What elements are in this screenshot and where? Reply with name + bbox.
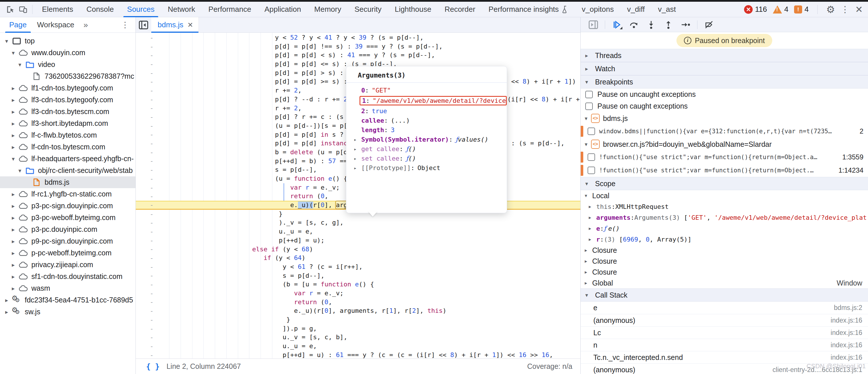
chevron-right-icon[interactable]: ▸ [585,258,592,264]
line-gutter[interactable]: - [136,61,164,68]
tree-item-sw-js[interactable]: ▸⚙⚙sw.js [0,306,135,318]
main-tab-security[interactable]: Security [348,2,388,17]
tree-item-wasm[interactable]: ▸wasm [0,282,135,294]
scope-row-global[interactable]: ▸GlobalWindow [581,277,868,288]
main-tab-sources[interactable]: Sources [121,2,161,17]
tree-item-www-douyin-com[interactable]: ▾www.douyin.com [0,47,135,59]
line-gutter[interactable]: - [136,123,164,130]
chevron-right-icon[interactable]: ▸ [589,214,596,220]
scope-row-e[interactable]: ▸e: ƒ e() [581,223,868,234]
main-tab-recorder[interactable]: Recorder [438,2,482,17]
line-gutter[interactable]: - [136,87,164,94]
device-toolbar-icon[interactable] [17,3,29,16]
breakpoint-group-browser.cn.js[interactable]: ▾<>browser.cn.js?bid=douyin_web&globalNa… [581,138,868,150]
chevron-right-icon[interactable]: ▸ [9,285,18,292]
code-line[interactable]: - p[d] = p[d] < s) : 41 === y ? (s = p[d… [136,51,580,60]
main-tab-application[interactable]: Application [258,2,307,17]
chevron-right-icon[interactable]: ▸ [354,156,361,162]
scope-row-this[interactable]: ▸this: XMLHttpRequest [581,201,868,212]
chevron-right-icon[interactable]: ▸ [585,280,592,286]
chevron-right-icon[interactable]: ▸ [9,85,18,92]
line-gutter[interactable]: - [136,263,164,271]
scope-row-closure[interactable]: ▸Closure [581,256,868,267]
section-threads[interactable]: ▸Threads [581,49,868,62]
more-menu-icon[interactable]: ⋮ [841,4,849,14]
line-gutter[interactable]: - [136,272,164,279]
code-line[interactable]: - y < 61 ? (c = i[r++], [136,263,580,271]
tree-item-bdms-js[interactable]: bdms.js [0,176,135,188]
step-out-icon[interactable] [661,19,676,31]
line-gutter[interactable]: - [136,351,164,359]
line-gutter[interactable]: - [136,246,164,253]
line-gutter[interactable]: - [136,210,164,218]
chevron-down-icon[interactable]: ▾ [16,61,24,68]
code-line[interactable]: - p[++d] = u) : 61 === y ? (c = (c = (i[… [136,351,580,359]
tree-item-sf1-cdn-tos-douyinstatic-com[interactable]: ▸sf1-cdn-tos.douyinstatic.com [0,271,135,282]
chevron-right-icon[interactable]: ▸ [9,250,18,257]
chevron-right-icon[interactable]: ▸ [9,144,18,150]
breakpoint-group-bdms.js[interactable]: ▾<>bdms.js [581,112,868,125]
section-watch[interactable]: ▸Watch [581,62,868,75]
chevron-right-icon[interactable]: ▸ [9,191,18,198]
checkbox-caught[interactable] [585,103,593,110]
editor-tab-bdms[interactable]: bdms.js ✕ [151,17,199,33]
code-line[interactable]: - u._u = e, [136,342,580,351]
main-tab-v-opitons[interactable]: v_opitons [575,2,620,17]
chevron-right-icon[interactable]: ▸ [585,269,592,275]
scope-row-arguments[interactable]: ▸arguments: Arguments(3) ['GET', '/aweme… [581,212,868,223]
code-line[interactable]: - u._v = [s, c, b], [136,333,580,342]
line-gutter[interactable]: - [136,219,164,226]
line-gutter[interactable]: - [136,290,164,297]
breakpoint-checkbox[interactable] [588,128,595,135]
section-breakpoints[interactable]: ▾Breakpoints [581,75,868,89]
main-tab-network[interactable]: Network [161,2,202,17]
warning-badge[interactable]: 4 [773,5,788,14]
navigator-kebab-icon[interactable]: ⋮ [118,20,132,30]
settings-gear-icon[interactable]: ⚙ [826,4,835,15]
main-tab-memory[interactable]: Memory [308,2,348,17]
line-gutter[interactable]: - [136,96,164,103]
scope-row-closure[interactable]: ▸Closure [581,245,868,256]
breakpoint-entry[interactable]: window.bdms||function(){var e={312:funct… [581,125,868,138]
chevron-right-icon[interactable]: ▸ [354,165,361,171]
popup-property-0[interactable]: 0:"GET" [354,86,507,95]
tree-item-lf-headquarters-speed-yhgfb-cn[interactable]: ▾lf-headquarters-speed.yhgfb-cn- [0,153,135,165]
chevron-right-icon[interactable]: ▸ [589,236,596,242]
line-gutter[interactable]: - [136,105,164,112]
popup-property-get-callee[interactable]: ▸get callee:ƒ () [354,144,507,154]
tree-item-lf-c-flwb-bytetos-com[interactable]: ▸lf-c-flwb.bytetos.com [0,129,135,141]
main-tab-v-diff[interactable]: v_diff [620,2,651,17]
line-gutter[interactable]: - [136,334,164,341]
line-gutter[interactable]: - [136,140,164,147]
chevron-right-icon[interactable]: ▸ [9,238,18,245]
chevron-right-icon[interactable]: ▸ [9,273,18,280]
chevron-down-icon[interactable]: ▾ [9,156,18,162]
code-line[interactable]: - else if (y < 68) [136,245,580,254]
close-devtools-icon[interactable]: ✕ [855,4,863,15]
popup-property-callee[interactable]: callee:(...) [354,116,507,125]
tree-item-video[interactable]: ▾video [0,59,135,70]
chevron-right-icon[interactable]: ▸ [9,214,18,221]
toggle-navigator-icon[interactable] [136,17,151,33]
chevron-right-icon[interactable]: ▸ [354,137,361,142]
line-gutter[interactable]: - [136,281,164,288]
code-line[interactable]: - if (y < 64) [136,253,580,263]
tree-item-lf3-cdn-tos-bytescm-com[interactable]: ▸lf3-cdn-tos.bytescm.com [0,106,135,117]
line-gutter[interactable]: - [136,184,164,191]
popup-property--Prototype-[interactable]: ▸[[Prototype]]:Object [354,163,507,173]
resume-script-icon[interactable] [609,19,624,31]
code-line[interactable]: - s = p[d--], [136,271,580,280]
line-gutter[interactable]: - [136,158,164,165]
tree-item-7362005336229678387-mc[interactable]: 7362005336229678387?mc [0,70,135,82]
line-gutter[interactable]: - [136,43,164,50]
tree-item-lf3-short-ibytedapm-com[interactable]: ▸lf3-short.ibytedapm.com [0,117,135,129]
section-callstack[interactable]: ▾Call Stack [581,288,868,302]
chevron-right-icon[interactable]: ▸ [9,226,18,233]
scope-row-local[interactable]: ▾Local [581,190,868,201]
popup-property-set-callee[interactable]: ▸set callee:ƒ () [354,154,507,163]
step-into-icon[interactable] [644,19,659,31]
breakpoint-entry[interactable]: !function(){"use strict";var m=function(… [581,150,868,164]
code-line[interactable]: - ]).p = g, [136,324,580,333]
line-gutter[interactable]: - [136,325,164,332]
more-tabs-chevron[interactable]: » [80,21,92,30]
